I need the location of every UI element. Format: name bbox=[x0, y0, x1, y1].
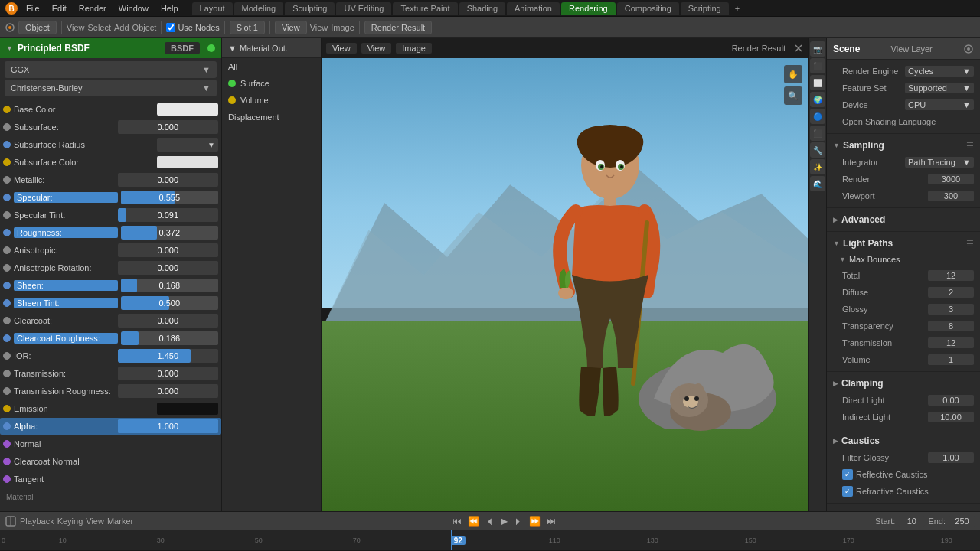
volumes-header[interactable]: ▶ Volumes bbox=[827, 507, 980, 511]
prop-bar-clearcoat[interactable]: 0.000 bbox=[118, 314, 219, 328]
jump-start-btn[interactable]: ⏮ bbox=[451, 516, 463, 527]
play-btn[interactable]: ▶ bbox=[499, 516, 509, 527]
mat-socket-all[interactable]: All bbox=[222, 58, 321, 75]
tab-scripting[interactable]: Scripting bbox=[681, 2, 729, 15]
prop-color-base-color[interactable] bbox=[157, 103, 218, 116]
props-scene-icon[interactable]: 🌍 bbox=[810, 92, 825, 107]
caustics-header[interactable]: ▶ Caustics bbox=[827, 432, 980, 449]
tab-uv-editing[interactable]: UV Editing bbox=[336, 2, 391, 15]
reflective-caustics-checkbox[interactable]: ✓ bbox=[842, 469, 853, 480]
frame-ruler[interactable]: 0 10 30 50 70 92 110 130 150 170 190 bbox=[0, 530, 980, 550]
filter-glossy-input[interactable] bbox=[928, 452, 974, 463]
view-label-2[interactable]: View bbox=[310, 23, 328, 32]
feature-set-dropdown[interactable]: Supported ▼ bbox=[905, 83, 974, 93]
menu-window[interactable]: Window bbox=[114, 2, 153, 15]
prop-bar-ior[interactable]: 1.450 bbox=[118, 349, 219, 363]
object-label[interactable]: Object bbox=[132, 23, 157, 32]
jump-end-btn[interactable]: ⏭ bbox=[545, 516, 557, 527]
vp-view-btn[interactable]: View bbox=[326, 43, 357, 54]
sampling-section-header[interactable]: ▼ Sampling ☰ bbox=[827, 137, 980, 154]
light-paths-header[interactable]: ▼ Light Paths ☰ bbox=[827, 235, 980, 252]
prop-bar-anisotropic-rotation[interactable]: 0.000 bbox=[118, 261, 219, 275]
integrator-dropdown[interactable]: Path Tracing ▼ bbox=[905, 157, 974, 168]
start-frame-input[interactable] bbox=[898, 516, 925, 527]
keying-label[interactable]: Keying bbox=[57, 517, 83, 526]
tab-animation[interactable]: Animation bbox=[507, 2, 560, 15]
prop-bar-specular[interactable]: 0.555 bbox=[121, 191, 219, 204]
tab-shading[interactable]: Shading bbox=[459, 2, 505, 15]
mat-out-collapse[interactable]: ▼ bbox=[228, 44, 237, 53]
props-output-icon[interactable]: ⬛ bbox=[810, 58, 825, 73]
direct-light-input[interactable] bbox=[928, 395, 974, 406]
render-engine-dropdown[interactable]: Cycles ▼ bbox=[905, 66, 974, 77]
use-nodes-input[interactable] bbox=[166, 23, 175, 32]
view-label[interactable]: View bbox=[67, 23, 85, 32]
object-mode-btn[interactable]: Object bbox=[18, 21, 57, 34]
next-keyframe-btn[interactable]: ⏵ bbox=[512, 516, 524, 527]
mat-socket-volume[interactable]: Volume bbox=[222, 92, 321, 109]
menu-render[interactable]: Render bbox=[74, 2, 111, 15]
indirect-light-input[interactable] bbox=[928, 412, 974, 422]
prop-dropdown-subsurface-radius[interactable]: ▼ bbox=[157, 138, 218, 152]
prop-color-emission[interactable] bbox=[157, 403, 218, 415]
total-bounces-input[interactable] bbox=[928, 270, 974, 281]
prop-bar-transmission[interactable]: 0.000 bbox=[118, 367, 219, 380]
tab-compositing[interactable]: Compositing bbox=[617, 2, 679, 15]
transparency-bounces-input[interactable] bbox=[928, 321, 974, 331]
menu-file[interactable]: File bbox=[21, 2, 44, 15]
mat-socket-displacement[interactable]: Displacement bbox=[222, 109, 321, 126]
settings-icon[interactable] bbox=[963, 44, 974, 54]
device-dropdown[interactable]: CPU ▼ bbox=[905, 99, 974, 110]
nav-zoom-btn[interactable]: 🔍 bbox=[784, 86, 802, 105]
props-particles-icon[interactable]: ✨ bbox=[810, 159, 825, 174]
tab-layout[interactable]: Layout bbox=[192, 2, 233, 15]
render-samples-input[interactable] bbox=[928, 174, 974, 184]
subsurface-method-dropdown[interactable]: Christensen-Burley ▼ bbox=[5, 80, 217, 96]
tab-rendering[interactable]: Rendering bbox=[561, 2, 616, 15]
nav-hand-btn[interactable]: ✋ bbox=[784, 65, 802, 83]
prop-bar-roughness[interactable]: 0.372 bbox=[121, 226, 219, 240]
select-label[interactable]: Select bbox=[87, 23, 111, 32]
slot-btn[interactable]: Slot 1 bbox=[230, 21, 265, 34]
use-nodes-checkbox[interactable]: Use Nodes bbox=[166, 23, 219, 32]
props-physics-icon[interactable]: 🌊 bbox=[810, 176, 825, 191]
props-modifier-icon[interactable]: 🔧 bbox=[810, 142, 825, 158]
props-view-layer-icon[interactable]: ⬜ bbox=[810, 75, 825, 90]
view-btn-1[interactable]: View bbox=[275, 21, 307, 34]
prop-color-subsurface-color[interactable] bbox=[157, 156, 218, 168]
viewport-samples-input[interactable] bbox=[928, 191, 974, 201]
current-frame-indicator[interactable]: 92 bbox=[451, 536, 466, 545]
clamping-header[interactable]: ▶ Clamping bbox=[827, 375, 980, 392]
volume-bounces-input[interactable] bbox=[928, 354, 974, 365]
prop-bar-sheen-tint[interactable]: 0.500 bbox=[121, 296, 219, 310]
render-result-btn[interactable]: Render Result bbox=[364, 21, 432, 34]
prop-bar-sheen[interactable]: 0.168 bbox=[121, 279, 219, 292]
prop-bar-clearcoat-roughness[interactable]: 0.186 bbox=[121, 331, 219, 345]
glossy-bounces-input[interactable] bbox=[928, 304, 974, 315]
prop-bar-transmission-roughness[interactable]: 0.000 bbox=[118, 384, 219, 398]
menu-edit[interactable]: Edit bbox=[47, 2, 71, 15]
tab-texture-paint[interactable]: Texture Paint bbox=[393, 2, 457, 15]
step-forward-btn[interactable]: ⏩ bbox=[528, 516, 542, 527]
image-label[interactable]: Image bbox=[331, 23, 354, 32]
add-workspace-btn[interactable]: + bbox=[730, 2, 744, 15]
prop-bar-alpha[interactable]: 1.000 bbox=[118, 419, 219, 433]
max-bounces-header[interactable]: ▼ Max Bounces bbox=[827, 252, 980, 267]
props-object-icon[interactable]: ⬛ bbox=[810, 126, 825, 141]
mat-socket-surface[interactable]: Surface bbox=[222, 75, 321, 92]
prev-keyframe-btn[interactable]: ⏴ bbox=[484, 516, 496, 527]
advanced-section-header[interactable]: ▶ Advanced bbox=[827, 211, 980, 228]
props-render-icon[interactable]: 📷 bbox=[810, 41, 825, 57]
menu-help[interactable]: Help bbox=[156, 2, 183, 15]
playback-label[interactable]: Playback bbox=[20, 517, 54, 526]
viewport[interactable]: View View Image Render Result bbox=[322, 38, 808, 511]
marker-label[interactable]: Marker bbox=[107, 517, 133, 526]
transmission-bounces-input[interactable] bbox=[928, 337, 974, 348]
tab-modeling[interactable]: Modeling bbox=[234, 2, 284, 15]
diffuse-bounces-input[interactable] bbox=[928, 287, 974, 298]
prop-bar-specular-tint[interactable]: 0.091 bbox=[118, 208, 219, 222]
distribution-dropdown[interactable]: GGX ▼ bbox=[5, 61, 217, 78]
prop-bar-subsurface[interactable]: 0.000 bbox=[118, 120, 219, 134]
tab-sculpting[interactable]: Sculpting bbox=[285, 2, 335, 15]
close-icon[interactable] bbox=[793, 43, 804, 54]
